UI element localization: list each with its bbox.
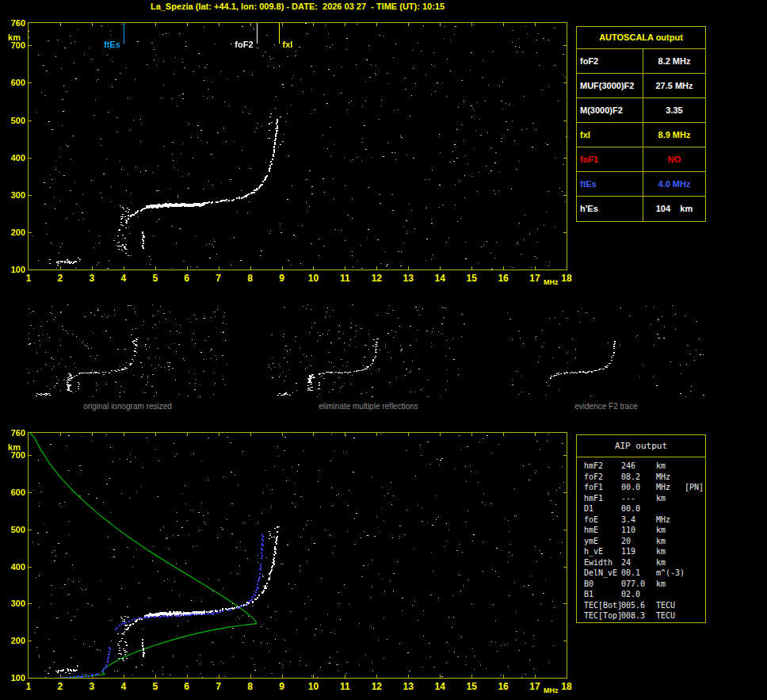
- x-axis-tick: 6: [179, 682, 195, 692]
- aip-cell: 08.2: [621, 472, 656, 484]
- x-axis-tick: 11: [337, 682, 353, 692]
- aip-cell: TECU: [656, 611, 685, 622]
- autoscala-row: ftEs4.0 MHz: [577, 172, 705, 197]
- aip-row: foF100.0MHz[PN]: [577, 483, 705, 494]
- aip-cell: km: [656, 461, 685, 472]
- autoscala-row: MUF(3000)F227.5 MHz: [577, 74, 705, 98]
- aip-cell: DelN_vE: [584, 568, 621, 580]
- aip-cell: ---: [621, 494, 656, 505]
- x-axis-tick: 9: [274, 682, 290, 692]
- x-axis-tick: 13: [400, 682, 416, 692]
- aip-row: TEC[Bot]005.6TECU: [577, 601, 705, 612]
- y-axis-tick: 600: [3, 488, 25, 497]
- x-axis-tick: 8: [242, 682, 258, 692]
- x-axis-tick: 3: [84, 682, 100, 692]
- x-axis-tick: 7: [211, 682, 227, 692]
- aip-output-panel: AIP output hmF2246kmfoF208.2MHzfoF100.0M…: [576, 434, 706, 623]
- aip-cell: foE: [584, 515, 621, 526]
- aip-cell: 00.0: [621, 504, 656, 515]
- aip-row: h_vE119km: [577, 547, 705, 558]
- y-axis-tick: 500: [3, 525, 25, 534]
- y-axis-tick: 200: [3, 228, 25, 237]
- aip-cell: [656, 590, 685, 601]
- autoscala-row-value: 8.9 MHz: [643, 123, 705, 147]
- aip-row: TEC[Top]008.3TECU: [577, 611, 705, 622]
- aip-row: hmE110km: [577, 526, 705, 537]
- x-axis-tick: 8: [242, 273, 258, 284]
- aip-cell: [685, 504, 705, 515]
- x-axis-tick: 13: [400, 273, 416, 284]
- x-axis-tick: 18: [559, 682, 574, 692]
- y-axis-tick: 300: [3, 190, 25, 200]
- x-axis-tick: 1: [21, 273, 36, 284]
- aip-cell: [685, 611, 705, 622]
- autoscala-row-label: MUF(3000)F2: [577, 74, 643, 98]
- x-axis-tick: 3: [84, 273, 100, 284]
- x-axis-tick: 17: [527, 682, 543, 692]
- aip-cell: 00.0: [621, 483, 656, 494]
- marker-label-fxI: fxI: [283, 40, 293, 49]
- aip-cell: MHz: [656, 515, 685, 526]
- x-axis-tick: 15: [464, 273, 479, 284]
- x-axis-tick: 16: [495, 682, 511, 692]
- aip-cell: 077.0: [621, 580, 656, 591]
- autoscala-row: foF28.2 MHz: [577, 49, 705, 74]
- aip-cell: m^(-3): [656, 568, 685, 580]
- aip-cell: [685, 515, 705, 526]
- aip-cell: ymE: [584, 537, 621, 548]
- aip-cell: 02.0: [621, 590, 656, 601]
- thumbnail-original-ionogram: [28, 304, 227, 397]
- y-axis-tick: 200: [3, 636, 25, 645]
- autoscala-row: h'Es104 km: [577, 197, 705, 221]
- autoscala-row-label: foF2: [577, 49, 643, 73]
- autoscala-row: foF1NO: [577, 147, 705, 172]
- aip-row: foF208.2MHz: [577, 472, 705, 484]
- aip-row: Ewidth24km: [577, 558, 705, 569]
- autoscala-row-value: 8.2 MHz: [643, 49, 705, 73]
- aip-cell: foF1: [584, 483, 621, 494]
- x-axis-tick: 12: [368, 273, 384, 284]
- autoscala-row-value: 3.35: [643, 98, 705, 122]
- aip-row: ymE20km: [577, 537, 705, 548]
- x-axis-tick: 14: [432, 682, 448, 692]
- autoscala-row-label: ftEs: [577, 172, 643, 196]
- x-axis-tick: 2: [52, 682, 68, 692]
- profile-plot: [28, 432, 567, 679]
- aip-row: D100.0: [577, 504, 705, 515]
- aip-cell: [685, 568, 705, 580]
- x-axis-tick: 10: [305, 682, 321, 692]
- y-axis-tick: 760: [3, 428, 25, 438]
- autoscala-row-label: fxI: [577, 123, 643, 147]
- thumbnail-caption: eliminate multiple reflections: [269, 402, 468, 411]
- aip-cell: MHz: [656, 472, 685, 484]
- ionogram-canvas: [29, 23, 567, 270]
- aip-cell: 24: [621, 558, 656, 569]
- aip-cell: hmF1: [584, 494, 621, 505]
- aip-cell: TEC[Top]: [584, 611, 621, 622]
- aip-row: foE3.4MHz: [577, 515, 705, 526]
- x-axis-unit: MHz: [544, 278, 559, 286]
- aip-cell: [656, 504, 685, 515]
- thumbnail-canvas: [28, 304, 227, 397]
- aip-cell: km: [656, 526, 685, 537]
- aip-row: B102.0: [577, 590, 705, 601]
- y-axis-tick: 760: [3, 18, 25, 28]
- ionogram-plot: [28, 22, 567, 270]
- aip-cell: Ewidth: [584, 558, 621, 569]
- aip-row: B0077.0km: [577, 580, 705, 591]
- thumbnail-caption: evidence F2 trace: [506, 402, 706, 411]
- autoscala-output-table: AUTOSCALA output foF28.2 MHzMUF(3000)F22…: [576, 26, 706, 222]
- thumbnail-caption: original ionogram resized: [28, 402, 227, 411]
- thumbnail-canvas: [506, 304, 706, 397]
- aip-cell: [685, 526, 705, 537]
- aip-cell: km: [656, 494, 685, 505]
- aip-rows: hmF2246kmfoF208.2MHzfoF100.0MHz[PN]hmF1-…: [577, 457, 705, 622]
- profile-canvas: [29, 433, 567, 678]
- autoscala-row-label: foF1: [577, 147, 643, 171]
- x-axis-tick: 18: [559, 273, 574, 284]
- aip-cell: TEC[Bot]: [584, 601, 621, 612]
- x-axis-tick: 1: [21, 682, 36, 692]
- x-axis-tick: 5: [147, 273, 163, 284]
- y-axis-tick: 400: [3, 562, 25, 572]
- autoscala-table-title: AUTOSCALA output: [577, 27, 705, 49]
